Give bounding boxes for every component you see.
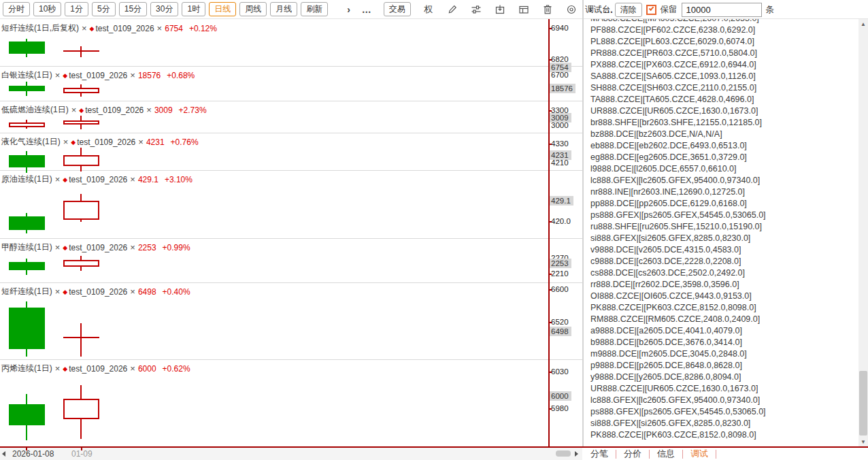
current-price-badge: 2253 [550,259,571,268]
keep-checkbox[interactable] [646,5,656,15]
close-icon[interactable]: × [127,242,138,252]
strategy-name: test_0109_2026 [96,24,154,33]
target-icon[interactable] [565,3,578,16]
panel-divider [0,133,582,133]
tab-separator [682,450,683,459]
close-icon[interactable]: × [52,363,63,374]
panel-header: 白银连续(1日)×◆test_0109_2026×18576+0.68% [1,69,195,81]
close-icon[interactable]: × [52,70,63,80]
panel-header: 短纤连续(1日)×◆test_0109_2026×6498+0.40% [1,286,190,297]
last-price: 4231 [146,137,165,147]
diamond-icon: ◆ [63,176,69,183]
console-log-line: ps888.GFEX|[ps2605.GFEX,54545.0,53065.0] [590,210,858,221]
strategy-name: test_0109_2026 [69,175,127,184]
candle-body-up [9,216,45,230]
clear-button[interactable]: 清除 [615,3,642,17]
change-percent: +0.40% [156,287,190,297]
layout-icon[interactable] [518,3,530,16]
panel-header: 甲醇连续(1日)×◆test_0109_2026×2253+0.99% [1,242,190,253]
candle-wick [80,46,82,57]
close-icon[interactable]: × [135,137,146,147]
candle-body-up [9,42,45,54]
axis-tick [548,28,552,29]
console-scrollbar[interactable]: ▲ ▼ [858,19,868,447]
panel-divider [0,170,582,171]
instrument-name: 液化气连续(1日) [1,137,61,146]
period-button-30分[interactable]: 30分 [150,2,178,16]
period-button-5分[interactable]: 5分 [92,2,116,16]
scroll-right-icon[interactable] [575,451,578,457]
close-icon[interactable]: × [69,105,80,115]
period-button-group: 分时10秒1分5分15分30分1时日线周线月线刷新 [3,2,328,16]
close-icon[interactable]: × [127,286,138,297]
scroll-up-icon[interactable]: ▲ [858,19,868,29]
console-log-line: rr888.DCE|[rr2602.DCE,3598.0,3596.0] [590,279,858,291]
tab-调试[interactable]: 调试 [689,448,710,460]
candle-doji-line [63,337,99,338]
axis-price-label: 2210 [551,269,569,278]
period-button-分时[interactable]: 分时 [3,2,30,16]
close-icon[interactable]: × [154,23,165,33]
close-icon[interactable]: × [61,137,71,147]
close-icon[interactable]: × [52,242,63,252]
instrument-name: 白银连续(1日) [1,70,52,80]
instrument-name: 原油连续(1日) [1,174,52,184]
close-icon[interactable]: × [127,363,138,374]
change-percent: +3.10% [158,175,193,184]
close-icon[interactable]: × [52,286,63,297]
scroll-down-icon[interactable]: ▼ [858,437,868,447]
trash-icon[interactable] [541,3,554,16]
toolbar: 分时10秒1分5分15分30分1时日线周线月线刷新 › … 交易 权 [0,0,868,19]
bottom-bar: 2026-01-08 01-09 分笔分价信息调试 [0,448,868,460]
axis-price-label: 6600 [551,285,569,293]
tab-分价[interactable]: 分价 [622,448,643,460]
timeline-scrollbar-thumb[interactable] [556,450,571,457]
strategy-name: test_0109_2026 [69,243,127,252]
tab-separator [716,450,716,459]
close-icon[interactable]: × [127,70,138,80]
pencil-icon[interactable] [446,3,458,16]
period-button-15分[interactable]: 15分 [119,2,147,16]
tab-信息[interactable]: 信息 [656,448,676,460]
close-icon[interactable]: × [144,105,154,115]
chart-panels-area[interactable]: 短纤连续(1日,后复权)×◆test_0109_2026×6754+0.12%白… [0,19,582,447]
period-button-月线[interactable]: 月线 [270,2,297,16]
console-log-line: m9888.DCE|[m2605.DCE,3045.0,2848.0] [590,348,858,360]
period-button-日线[interactable]: 日线 [209,2,236,16]
debug-console-output[interactable]: MA888.CZCE|[MA605.CZCE,2607.0,2653.0]PF8… [584,19,858,447]
change-percent: +0.12% [183,24,217,33]
close-icon[interactable]: × [127,174,138,184]
period-button-1分[interactable]: 1分 [65,2,88,16]
scrollbar-thumb[interactable] [859,371,867,436]
last-price: 6498 [138,287,156,297]
panel-header: 短纤连续(1日,后复权)×◆test_0109_2026×6754+0.12% [1,22,217,34]
rights-adjust-button[interactable]: 权 [422,3,435,16]
close-icon[interactable]: × [52,174,63,184]
strategy-name: test_0109_2026 [69,364,127,374]
period-button-1时[interactable]: 1时 [182,2,205,16]
current-price-badge: 6754 [550,63,571,72]
console-log-line: eg888.DCE|[eg2605.DCE,3651.0,3729.0] [590,152,858,163]
tab-分笔[interactable]: 分笔 [589,448,610,460]
instrument-name: 短纤连续(1日) [1,286,52,296]
candle-body-hollow [63,88,99,93]
export-box-icon[interactable] [494,3,506,16]
time-axis: 2026-01-08 01-09 [0,448,582,460]
trade-button[interactable]: 交易 [384,2,411,16]
instrument-name: 短纤连续(1日,后复权) [1,23,79,33]
diamond-icon: ◆ [63,72,69,79]
period-button-刷新[interactable]: 刷新 [301,2,328,16]
last-price: 429.1 [138,175,158,184]
axis-tick [548,274,552,275]
scroll-left-icon[interactable] [2,451,5,457]
close-icon[interactable]: × [79,23,90,33]
console-log-line: PX888.CZCE|[PX603.CZCE,6912.0,6944.0] [590,59,858,71]
sliders-icon[interactable] [470,3,482,16]
change-percent: +0.68% [161,71,195,80]
period-button-10秒[interactable]: 10秒 [33,2,61,16]
chevron-right-icon[interactable]: › [347,4,350,15]
keep-count-input[interactable] [682,3,762,17]
axis-price-label: 5980 [551,404,569,412]
period-button-周线[interactable]: 周线 [239,2,267,16]
ellipsis-icon[interactable]: … [362,4,372,15]
